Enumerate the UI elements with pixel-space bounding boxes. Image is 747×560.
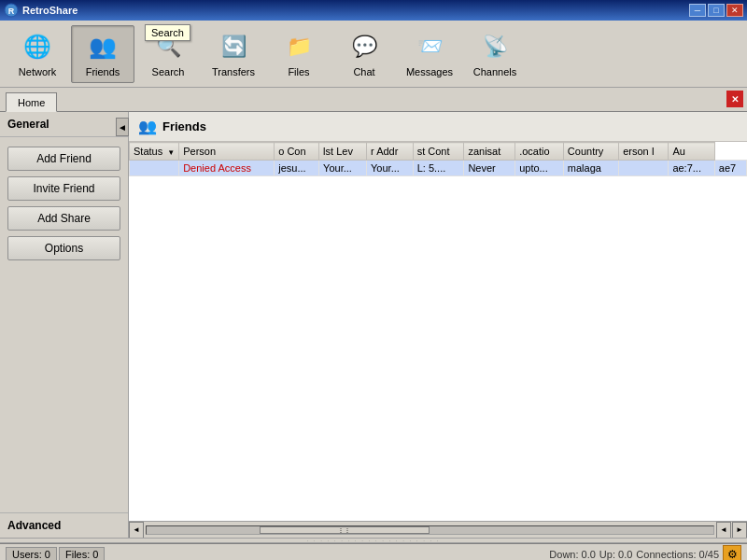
cell-checkbox <box>130 161 179 176</box>
invite-friend-button[interactable]: Invite Friend <box>7 176 120 201</box>
search-label: Search <box>152 66 185 77</box>
tab-home-label: Home <box>18 97 45 108</box>
cell-connections: Your... <box>319 161 367 176</box>
status-icon-button[interactable]: ⚙ <box>723 545 741 561</box>
status-users: Users: 0 <box>6 547 57 561</box>
toolbar-channels[interactable]: 📡 Channels <box>463 25 527 83</box>
sidebar-button-group: Add Friend Invite Friend Add Share Optio… <box>0 137 128 512</box>
col-au[interactable]: Au <box>669 143 714 161</box>
horizontal-scrollbar[interactable]: ◄ ⋮⋮ ◄ ► <box>129 521 747 538</box>
add-friend-button[interactable]: Add Friend <box>7 147 120 171</box>
cell-person-id: ae:7... <box>669 161 714 176</box>
maximize-button[interactable]: □ <box>708 4 725 17</box>
friends-panel-title: Friends <box>162 119 206 133</box>
cell-location: malaga <box>563 161 618 176</box>
status-bar: Users: 0 Files: 0 Down: 0.0 Up: 0.0 Conn… <box>0 543 747 560</box>
vertical-scroll-arrows: ◄ ► <box>716 522 747 539</box>
messages-icon: 📨 <box>413 30 446 63</box>
toolbar-files[interactable]: 📁 Files <box>267 25 331 83</box>
friends-content: 👥 Friends Status ▼ Person o Con lst Lev … <box>129 112 747 538</box>
sidebar-general-header: General <box>0 112 128 137</box>
network-icon: 🌐 <box>21 30 54 63</box>
messages-label: Messages <box>406 66 453 77</box>
toolbar-transfers[interactable]: 🔄 Transfers <box>202 25 265 83</box>
tab-close-button[interactable]: ✕ <box>726 91 743 107</box>
status-left: Users: 0 Files: 0 <box>6 547 105 561</box>
col-status[interactable]: Status ▼ <box>130 143 179 161</box>
transfers-label: Transfers <box>212 66 255 77</box>
tab-bar: Home ✕ <box>0 88 747 112</box>
sidebar-toggle[interactable]: ◄ <box>116 118 129 136</box>
close-button[interactable]: ✕ <box>726 4 743 17</box>
friends-panel-header: 👥 Friends <box>129 112 747 142</box>
friends-label: Friends <box>86 66 120 77</box>
transfers-icon: 🔄 <box>217 30 250 63</box>
sidebar-toggle-icon: ◄ <box>118 122 127 133</box>
toolbar-network[interactable]: 🌐 Network <box>6 25 69 83</box>
friends-header-icon: 👥 <box>138 118 157 135</box>
files-icon: 📁 <box>282 30 316 63</box>
cell-organisation: upto... <box>515 161 564 176</box>
friends-table: Status ▼ Person o Con lst Lev r Addr st … <box>129 142 747 176</box>
files-label: Files <box>288 66 309 77</box>
table-header-row: Status ▼ Person o Con lst Lev r Addr st … <box>130 143 747 161</box>
status-down: Down: 0.0 <box>549 549 596 560</box>
cell-status: Denied Access <box>179 161 275 176</box>
add-share-button[interactable]: Add Share <box>7 206 120 231</box>
table-row[interactable]: Denied Accessjesu...Your...Your...L: 5..… <box>130 161 747 176</box>
window-title: RetroShare <box>22 5 689 16</box>
resize-dots: · · · · · · · · · · · · · · · · · · · · <box>306 538 440 543</box>
chat-label: Chat <box>353 66 374 77</box>
status-up: Up: 0.0 <box>599 549 632 560</box>
cell-country <box>619 161 669 176</box>
status-connections: Connections: 0/45 <box>636 549 719 560</box>
col-location[interactable]: .ocatio <box>515 143 564 161</box>
scroll-down-arrow[interactable]: ► <box>732 522 747 539</box>
cell-last-contact: Never <box>464 161 515 176</box>
minimize-button[interactable]: ─ <box>689 4 706 17</box>
col-last-contact[interactable]: st Cont <box>413 143 464 161</box>
col-last-level[interactable]: lst Lev <box>319 143 367 161</box>
toolbar-friends[interactable]: 👥 Friends <box>71 25 134 83</box>
toolbar-chat[interactable]: 💬 Chat <box>332 25 396 83</box>
friends-icon: 👥 <box>86 30 120 63</box>
status-right: Down: 0.0 Up: 0.0 Connections: 0/45 ⚙ <box>549 545 741 561</box>
cell-au: ae7 <box>714 161 746 176</box>
col-address[interactable]: r Addr <box>367 143 414 161</box>
col-person[interactable]: Person <box>179 143 275 161</box>
cell-last-level: Your... <box>367 161 414 176</box>
toolbar-search[interactable]: Search 🔍 Search <box>136 25 200 83</box>
col-connections[interactable]: o Con <box>275 143 319 161</box>
col-country[interactable]: Country <box>563 143 618 161</box>
sidebar: ◄ General Add Friend Invite Friend Add S… <box>0 112 129 538</box>
chat-icon: 💬 <box>347 30 381 63</box>
channels-label: Channels <box>473 66 516 77</box>
main-content: ◄ General Add Friend Invite Friend Add S… <box>0 112 747 538</box>
sort-icon: ▼ <box>167 148 175 157</box>
options-button[interactable]: Options <box>7 236 120 260</box>
scroll-up-arrow[interactable]: ◄ <box>716 522 731 539</box>
title-bar: R RetroShare ─ □ ✕ <box>0 0 747 21</box>
scroll-track[interactable]: ⋮⋮ <box>146 525 714 535</box>
svg-text:R: R <box>8 7 15 16</box>
scroll-thumb-dots: ⋮⋮ <box>338 526 351 533</box>
scroll-thumb[interactable]: ⋮⋮ <box>260 526 430 534</box>
status-files: Files: 0 <box>59 547 105 561</box>
network-label: Network <box>19 66 56 77</box>
friends-table-container[interactable]: Status ▼ Person o Con lst Lev r Addr st … <box>129 142 747 521</box>
channels-icon: 📡 <box>478 30 512 63</box>
sidebar-advanced-header: Advanced <box>0 512 128 538</box>
scroll-left-arrow[interactable]: ◄ <box>129 522 144 539</box>
toolbar: 🌐 Network 👥 Friends Search 🔍 Search 🔄 Tr… <box>0 21 747 88</box>
cell-address: L: 5.... <box>413 161 464 176</box>
toolbar-messages[interactable]: 📨 Messages <box>398 25 461 83</box>
col-person-id[interactable]: erson I <box>619 143 669 161</box>
col-organisation[interactable]: zanisat <box>464 143 515 161</box>
friends-table-body: Denied Accessjesu...Your...Your...L: 5..… <box>130 161 747 176</box>
tab-home[interactable]: Home <box>6 92 57 112</box>
search-tooltip-box: Search <box>145 24 190 41</box>
app-icon: R <box>4 3 19 18</box>
window-controls: ─ □ ✕ <box>689 4 743 17</box>
cell-person: jesu... <box>275 161 319 176</box>
